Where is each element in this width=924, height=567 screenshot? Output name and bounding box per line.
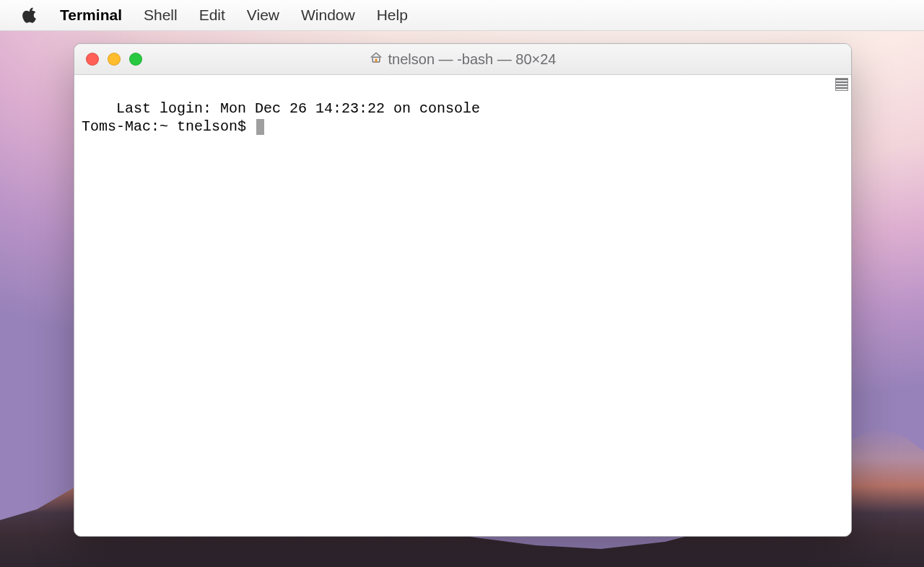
menu-app-name[interactable]: Terminal xyxy=(49,6,133,24)
menu-edit[interactable]: Edit xyxy=(188,6,236,24)
window-traffic-lights xyxy=(74,53,142,66)
terminal-last-login-line: Last login: Mon Dec 26 14:23:22 on conso… xyxy=(116,100,480,117)
svg-rect-1 xyxy=(375,58,377,62)
home-icon xyxy=(370,51,383,68)
apple-menu[interactable] xyxy=(7,6,49,24)
window-minimize-button[interactable] xyxy=(108,53,121,66)
menu-shell[interactable]: Shell xyxy=(133,6,188,24)
window-title: tnelson — -bash — 80×24 xyxy=(74,51,851,68)
terminal-window: tnelson — -bash — 80×24 Last login: Mon … xyxy=(74,43,852,537)
window-close-button[interactable] xyxy=(86,53,99,66)
window-title-text: tnelson — -bash — 80×24 xyxy=(388,51,557,68)
menu-window[interactable]: Window xyxy=(290,6,366,24)
terminal-cursor xyxy=(256,119,264,135)
terminal-prompt: Toms-Mac:~ tnelson$ xyxy=(82,118,255,135)
svg-rect-0 xyxy=(372,57,380,62)
window-zoom-button[interactable] xyxy=(129,53,142,66)
menu-help[interactable]: Help xyxy=(366,6,419,24)
macos-menu-bar: Terminal Shell Edit View Window Help xyxy=(0,0,924,31)
window-titlebar[interactable]: tnelson — -bash — 80×24 xyxy=(74,44,851,75)
scroll-indicator-icon[interactable] xyxy=(835,78,848,91)
menu-view[interactable]: View xyxy=(236,6,290,24)
terminal-output-area[interactable]: Last login: Mon Dec 26 14:23:22 on conso… xyxy=(74,75,851,536)
apple-logo-icon xyxy=(22,6,38,24)
